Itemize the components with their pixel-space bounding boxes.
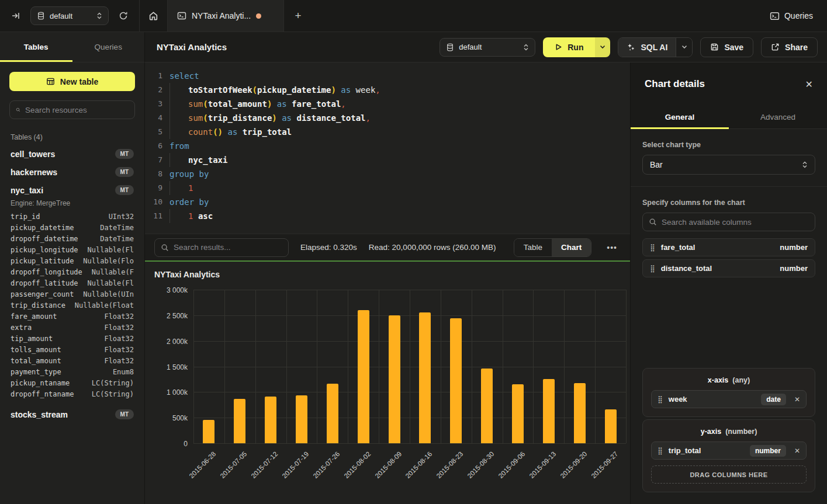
code-line: 8group by [145, 167, 630, 181]
column-type: Nullable(Fl [88, 279, 134, 287]
toggle-chart[interactable]: Chart [552, 239, 591, 256]
new-table-button[interactable]: New table [9, 72, 135, 91]
column-name: tolls_amount [11, 346, 61, 354]
chart-bar[interactable] [543, 379, 555, 443]
home-tab[interactable] [140, 0, 167, 32]
gridline-v [224, 290, 225, 443]
column-type: Nullable(Float [75, 301, 134, 310]
table-row-nyc_taxi[interactable]: nyc_taxiMT [9, 181, 135, 199]
chart-bar[interactable] [481, 369, 493, 443]
home-icon [148, 11, 158, 21]
table-row-cell_towers[interactable]: cell_towersMT [9, 145, 135, 163]
chart-bar[interactable] [512, 384, 524, 443]
sidebar-tab-queries[interactable]: Queries [72, 32, 145, 62]
toggle-table[interactable]: Table [514, 239, 552, 256]
chevron-updown-icon [523, 44, 529, 51]
remove-icon[interactable]: ✕ [794, 395, 800, 404]
code-line: 1select [145, 69, 630, 83]
column-row: tip_amountFloat32 [9, 333, 135, 344]
chart-bar[interactable] [389, 315, 400, 443]
available-column-distance_total[interactable]: ⣿distance_totalnumber [642, 259, 815, 277]
chart-bar[interactable] [574, 383, 586, 443]
column-type: LC(String) [92, 390, 134, 398]
drag-handle-icon[interactable]: ⣿ [658, 447, 663, 454]
chart-bar[interactable] [203, 420, 214, 443]
column-name: trip_total [669, 446, 701, 455]
columns-search[interactable] [642, 213, 815, 231]
columns-search-input[interactable] [662, 218, 809, 227]
column-type: DateTime [100, 235, 134, 243]
new-tab-button[interactable]: + [284, 0, 312, 32]
chart-bar[interactable] [419, 312, 431, 443]
column-name: week [669, 395, 687, 404]
y-axis-item-trip_total[interactable]: ⣿trip_totalnumber✕ [651, 442, 807, 460]
line-number: 2 [145, 83, 162, 97]
sidebar-search[interactable] [9, 100, 135, 119]
code-text: toStartOfWeek(pickup_datetime) as week, [169, 83, 630, 97]
database-selector[interactable]: default [30, 6, 109, 25]
code-text: nyc_taxi [169, 153, 630, 167]
x-axis-item-week[interactable]: ⣿weekdate✕ [651, 390, 807, 408]
chart-bar[interactable] [234, 399, 245, 443]
view-toggle: Table Chart [514, 238, 592, 257]
chart-type-select[interactable]: Bar [642, 155, 815, 175]
results-search-input[interactable] [174, 243, 282, 252]
table-row-stocks_stream[interactable]: stocks_streamMT [9, 405, 135, 423]
share-button[interactable]: Share [761, 37, 818, 57]
chart-bar[interactable] [605, 409, 617, 443]
y-tick-label: 2 000k [167, 338, 188, 346]
sql-ai-options-button[interactable] [676, 38, 692, 57]
column-name: dropoff_ntaname [11, 390, 74, 398]
tab-general[interactable]: General [631, 106, 729, 128]
tables-list: cell_towersMThackernewsMTnyc_taxiMTEngin… [9, 145, 135, 423]
tab-nytaxi-analytics[interactable]: NYTaxi Analyti... [167, 0, 284, 32]
collapse-sidebar-icon[interactable] [7, 7, 25, 25]
chart-bar[interactable] [327, 384, 338, 443]
table-name: nyc_taxi [11, 186, 43, 195]
code-line: 7nyc_taxi [145, 153, 630, 167]
drag-handle-icon[interactable]: ⣿ [650, 265, 655, 272]
y-tick-label: 500k [172, 414, 188, 422]
column-type: Float32 [104, 335, 134, 343]
save-button[interactable]: Save [700, 37, 753, 57]
sql-editor[interactable]: 1select2toStartOfWeek(pickup_datetime) a… [145, 62, 630, 234]
gridline-v [564, 290, 565, 443]
table-row-hackernews[interactable]: hackernewsMT [9, 163, 135, 181]
database-selector-main[interactable]: default [440, 38, 535, 57]
run-button[interactable]: Run [543, 37, 595, 57]
close-icon[interactable]: ✕ [805, 79, 813, 90]
drag-handle-icon[interactable]: ⣿ [650, 244, 655, 251]
column-type: Nullable(F [92, 268, 134, 276]
chart-bar[interactable] [296, 395, 307, 443]
code-line: 111 asc [145, 209, 630, 223]
gridline-v [503, 290, 503, 443]
chart-bar[interactable] [358, 310, 369, 443]
sql-ai-button[interactable]: SQL AI [618, 38, 676, 57]
tab-advanced[interactable]: Advanced [729, 106, 827, 128]
column-name: fare_amount [11, 312, 57, 321]
results-search[interactable] [154, 238, 289, 257]
column-type: number [780, 243, 808, 252]
code-text: count() as trip_total [169, 125, 630, 139]
sidebar-tab-tables[interactable]: Tables [0, 32, 72, 62]
drag-columns-dropzone[interactable]: DRAG COLUMNS HERE [651, 465, 807, 484]
line-number: 10 [145, 195, 162, 209]
refresh-icon[interactable] [115, 7, 132, 25]
run-options-button[interactable] [595, 37, 610, 57]
available-column-fare_total[interactable]: ⣿fare_totalnumber [642, 238, 815, 256]
more-options-icon[interactable]: ••• [603, 241, 621, 255]
remove-icon[interactable]: ✕ [794, 447, 800, 455]
column-row: pickup_latitudeNullable(Flo [9, 255, 135, 266]
chart-bar[interactable] [265, 397, 276, 443]
table-engine: Engine: MergeTree [9, 199, 135, 211]
queries-button[interactable]: Queries [756, 0, 827, 32]
line-number: 3 [145, 97, 162, 111]
column-name: pickup_longitude [11, 246, 78, 254]
code-text: from [169, 139, 630, 153]
mergetree-badge: MT [115, 409, 134, 419]
chart-bar[interactable] [450, 318, 462, 443]
sidebar-search-input[interactable] [25, 106, 129, 114]
line-number: 5 [145, 125, 162, 139]
code-text: 1 asc [169, 209, 630, 223]
drag-handle-icon[interactable]: ⣿ [658, 396, 663, 403]
